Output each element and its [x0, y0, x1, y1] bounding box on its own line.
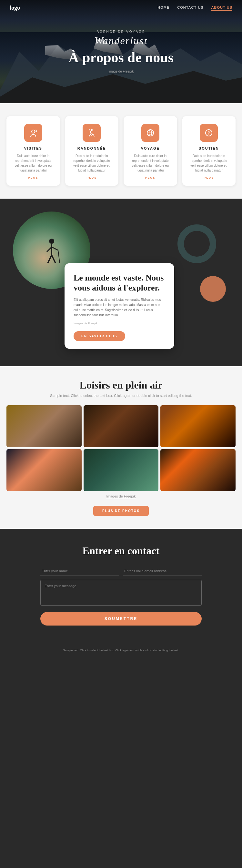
nav-contact[interactable]: CONTACT US — [177, 5, 203, 11]
card-randonnee-title: RANDONNÉE — [70, 146, 114, 150]
randonnee-icon — [83, 124, 101, 142]
hero-agency-label: AGENCE DE VOYAGE — [68, 30, 174, 34]
card-voyage-text: Duis aute irure dolor in reprehenderit i… — [129, 153, 172, 173]
soutien-icon: ? — [200, 124, 218, 142]
loisirs-credit: Images de Freepik — [6, 494, 236, 498]
message-input[interactable] — [40, 580, 202, 606]
photo-grid-top — [6, 405, 236, 447]
hero-content: AGENCE DE VOYAGE Wanderlust À propos de … — [68, 30, 174, 73]
hero-credit: Image de Freepik — [68, 70, 174, 73]
svg-point-6 — [32, 130, 35, 133]
card-soutien: ? SOUTIEN Duis aute irure dolor in repre… — [182, 116, 236, 186]
explore-body: Elit ut aliquam purus sit amet luctus ve… — [73, 297, 165, 318]
footer-text: Sample text. Click to select the text bo… — [10, 648, 232, 653]
submit-button[interactable]: SOUMETTRE — [40, 612, 202, 625]
card-visites-text: Duis aute irure dolor in reprehenderit i… — [11, 153, 55, 173]
deco-circle-outline — [178, 224, 216, 263]
photo-grid-bottom — [6, 449, 236, 491]
explore-credit: Images de Freepik — [73, 321, 165, 326]
photo-4 — [6, 449, 82, 491]
visites-icon — [24, 124, 42, 142]
svg-point-16 — [49, 239, 54, 244]
photo-2 — [84, 405, 159, 447]
hero-title: À propos de nous — [68, 50, 174, 65]
card-visites-link[interactable]: PLUS — [11, 176, 55, 179]
svg-line-18 — [47, 247, 52, 252]
nav-about[interactable]: ABOUT US — [211, 5, 232, 11]
explore-section: Le monde est vaste. Nous vous aidons à l… — [0, 198, 242, 366]
card-voyage: VOYAGE Duis aute irure dolor in reprehen… — [124, 116, 177, 186]
photo-6 — [160, 449, 236, 491]
contact-form: SOUMETTRE — [40, 566, 202, 625]
email-input[interactable] — [123, 566, 202, 576]
loisirs-section: Loisirs en plein air Sample text. Click … — [0, 366, 242, 529]
loisirs-subtitle: Sample text. Click to select the text bo… — [6, 394, 236, 398]
nav-home[interactable]: HOME — [157, 5, 170, 11]
more-photos-button[interactable]: PLUS DE PHOTOS — [93, 506, 149, 516]
card-soutien-title: SOUTIEN — [187, 146, 231, 150]
explore-inner: Le monde est vaste. Nous vous aidons à l… — [6, 212, 236, 353]
voyage-icon — [141, 124, 159, 142]
card-randonnee-link[interactable]: PLUS — [70, 176, 114, 179]
contact-title: Entrer en contact — [10, 545, 232, 557]
svg-point-7 — [35, 130, 37, 132]
card-randonnee-text: Duis aute irure dolor in reprehenderit i… — [70, 153, 114, 173]
main-nav: logo HOME CONTACT US ABOUT US — [0, 0, 242, 16]
svg-line-22 — [58, 250, 60, 263]
card-voyage-title: VOYAGE — [129, 146, 172, 150]
svg-line-19 — [52, 247, 58, 250]
card-visites: VISITES Duis aute irure dolor in reprehe… — [6, 116, 60, 186]
photo-1 — [6, 405, 82, 447]
name-input[interactable] — [40, 566, 119, 576]
cards-section: VISITES Duis aute irure dolor in reprehe… — [0, 103, 242, 198]
loisirs-title: Loisirs en plein air — [6, 379, 236, 391]
card-randonnee: RANDONNÉE Duis aute irure dolor in repre… — [65, 116, 119, 186]
svg-point-8 — [91, 129, 93, 131]
explore-button[interactable]: EN SAVOIR PLUS — [73, 331, 125, 341]
hero-brand: Wanderlust — [68, 35, 174, 47]
svg-line-20 — [48, 255, 52, 263]
logo: logo — [10, 4, 20, 11]
explore-card: Le monde est vaste. Nous vous aidons à l… — [64, 263, 174, 349]
explore-title: Le monde est vaste. Nous vous aidons à l… — [73, 273, 165, 293]
footer: Sample text. Click to select the text bo… — [0, 642, 242, 662]
deco-circle-filled — [200, 276, 226, 302]
svg-line-21 — [52, 255, 56, 263]
nav-links: HOME CONTACT US ABOUT US — [157, 5, 232, 11]
photo-5 — [84, 449, 159, 491]
card-voyage-link[interactable]: PLUS — [129, 176, 172, 179]
svg-text:?: ? — [208, 131, 210, 135]
contact-section: Entrer en contact SOUMETTRE — [0, 529, 242, 642]
card-soutien-text: Duis aute irure dolor in reprehenderit i… — [187, 153, 231, 173]
form-row-names — [40, 566, 202, 576]
card-soutien-link[interactable]: PLUS — [187, 176, 231, 179]
cards-grid: VISITES Duis aute irure dolor in reprehe… — [6, 116, 236, 186]
photo-3 — [160, 405, 236, 447]
card-visites-title: VISITES — [11, 146, 55, 150]
